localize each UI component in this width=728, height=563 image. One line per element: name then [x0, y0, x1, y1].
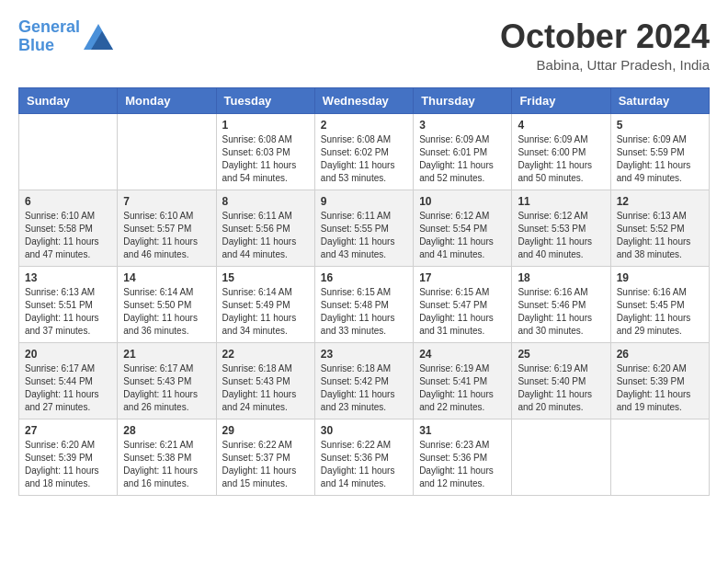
calendar-cell: 11Sunrise: 6:12 AMSunset: 5:53 PMDayligh…: [512, 190, 610, 266]
day-info: Sunrise: 6:14 AMSunset: 5:50 PMDaylight:…: [123, 286, 210, 338]
day-number: 15: [222, 271, 309, 284]
day-info: Sunrise: 6:18 AMSunset: 5:43 PMDaylight:…: [222, 362, 309, 414]
calendar-cell: [118, 113, 216, 190]
calendar-cell: 17Sunrise: 6:15 AMSunset: 5:47 PMDayligh…: [414, 266, 512, 342]
day-info: Sunrise: 6:16 AMSunset: 5:45 PMDaylight:…: [617, 286, 703, 338]
day-number: 21: [123, 348, 210, 361]
day-info: Sunrise: 6:13 AMSunset: 5:52 PMDaylight:…: [617, 210, 703, 261]
calendar-cell: 8Sunrise: 6:11 AMSunset: 5:56 PMDaylight…: [216, 190, 314, 266]
calendar-cell: [512, 419, 610, 495]
weekday-header: Friday: [512, 87, 610, 113]
day-info: Sunrise: 6:08 AMSunset: 6:02 PMDaylight:…: [321, 133, 407, 185]
calendar-cell: 18Sunrise: 6:16 AMSunset: 5:46 PMDayligh…: [512, 266, 610, 342]
weekday-header: Monday: [118, 87, 216, 113]
day-info: Sunrise: 6:17 AMSunset: 5:44 PMDaylight:…: [25, 362, 111, 414]
calendar-cell: 31Sunrise: 6:23 AMSunset: 5:36 PMDayligh…: [414, 419, 512, 495]
day-info: Sunrise: 6:10 AMSunset: 5:58 PMDaylight:…: [25, 210, 111, 261]
calendar-week-row: 27Sunrise: 6:20 AMSunset: 5:39 PMDayligh…: [19, 419, 710, 495]
calendar-week-row: 20Sunrise: 6:17 AMSunset: 5:44 PMDayligh…: [19, 342, 710, 419]
calendar-cell: 13Sunrise: 6:13 AMSunset: 5:51 PMDayligh…: [19, 266, 118, 342]
calendar-week-row: 6Sunrise: 6:10 AMSunset: 5:58 PMDaylight…: [19, 190, 710, 266]
day-number: 3: [419, 119, 506, 132]
day-info: Sunrise: 6:11 AMSunset: 5:55 PMDaylight:…: [321, 210, 407, 261]
day-number: 28: [123, 424, 210, 437]
day-info: Sunrise: 6:20 AMSunset: 5:39 PMDaylight:…: [617, 362, 703, 414]
day-info: Sunrise: 6:23 AMSunset: 5:36 PMDaylight:…: [419, 439, 506, 490]
month-title: October 2024: [500, 18, 710, 55]
day-info: Sunrise: 6:12 AMSunset: 5:54 PMDaylight:…: [419, 210, 506, 261]
calendar-cell: 22Sunrise: 6:18 AMSunset: 5:43 PMDayligh…: [216, 342, 314, 419]
weekday-header: Wednesday: [314, 87, 413, 113]
day-info: Sunrise: 6:10 AMSunset: 5:57 PMDaylight:…: [123, 210, 210, 261]
calendar-cell: 12Sunrise: 6:13 AMSunset: 5:52 PMDayligh…: [610, 190, 709, 266]
page-header: General Blue October 2024 Babina, Uttar …: [18, 18, 710, 73]
day-number: 14: [123, 271, 210, 284]
calendar-cell: 25Sunrise: 6:19 AMSunset: 5:40 PMDayligh…: [512, 342, 610, 419]
day-info: Sunrise: 6:18 AMSunset: 5:42 PMDaylight:…: [321, 362, 407, 414]
calendar-cell: 23Sunrise: 6:18 AMSunset: 5:42 PMDayligh…: [314, 342, 413, 419]
day-number: 20: [25, 348, 111, 361]
day-number: 30: [321, 424, 407, 437]
day-number: 11: [518, 195, 604, 208]
day-info: Sunrise: 6:08 AMSunset: 6:03 PMDaylight:…: [222, 133, 309, 185]
calendar-cell: 6Sunrise: 6:10 AMSunset: 5:58 PMDaylight…: [19, 190, 118, 266]
day-number: 17: [419, 271, 506, 284]
day-info: Sunrise: 6:09 AMSunset: 6:00 PMDaylight:…: [518, 133, 604, 185]
calendar-cell: 29Sunrise: 6:22 AMSunset: 5:37 PMDayligh…: [216, 419, 314, 495]
day-number: 22: [222, 348, 309, 361]
calendar-cell: 20Sunrise: 6:17 AMSunset: 5:44 PMDayligh…: [19, 342, 118, 419]
logo-text: General Blue: [18, 18, 80, 55]
day-info: Sunrise: 6:21 AMSunset: 5:38 PMDaylight:…: [123, 439, 210, 490]
weekday-header: Thursday: [414, 87, 512, 113]
day-info: Sunrise: 6:11 AMSunset: 5:56 PMDaylight:…: [222, 210, 309, 261]
day-number: 2: [321, 119, 407, 132]
day-number: 31: [419, 424, 506, 437]
calendar-cell: 27Sunrise: 6:20 AMSunset: 5:39 PMDayligh…: [19, 419, 118, 495]
day-info: Sunrise: 6:16 AMSunset: 5:46 PMDaylight:…: [518, 286, 604, 338]
calendar-cell: 30Sunrise: 6:22 AMSunset: 5:36 PMDayligh…: [314, 419, 413, 495]
location: Babina, Uttar Pradesh, India: [500, 57, 710, 73]
day-info: Sunrise: 6:17 AMSunset: 5:43 PMDaylight:…: [123, 362, 210, 414]
day-number: 12: [617, 195, 703, 208]
weekday-header-row: SundayMondayTuesdayWednesdayThursdayFrid…: [19, 87, 710, 113]
calendar-cell: 21Sunrise: 6:17 AMSunset: 5:43 PMDayligh…: [118, 342, 216, 419]
day-info: Sunrise: 6:15 AMSunset: 5:47 PMDaylight:…: [419, 286, 506, 338]
day-info: Sunrise: 6:09 AMSunset: 6:01 PMDaylight:…: [419, 133, 506, 185]
day-number: 24: [419, 348, 506, 361]
day-info: Sunrise: 6:22 AMSunset: 5:36 PMDaylight:…: [321, 439, 407, 490]
calendar-cell: [610, 419, 709, 495]
logo-blue: Blue: [18, 36, 54, 54]
calendar-cell: 7Sunrise: 6:10 AMSunset: 5:57 PMDaylight…: [118, 190, 216, 266]
weekday-header: Sunday: [19, 87, 118, 113]
day-info: Sunrise: 6:19 AMSunset: 5:40 PMDaylight:…: [518, 362, 604, 414]
logo-general: General: [18, 17, 80, 36]
day-info: Sunrise: 6:20 AMSunset: 5:39 PMDaylight:…: [25, 439, 111, 490]
calendar-cell: 24Sunrise: 6:19 AMSunset: 5:41 PMDayligh…: [414, 342, 512, 419]
day-info: Sunrise: 6:13 AMSunset: 5:51 PMDaylight:…: [25, 286, 111, 338]
calendar-cell: 9Sunrise: 6:11 AMSunset: 5:55 PMDaylight…: [314, 190, 413, 266]
weekday-header: Tuesday: [216, 87, 314, 113]
day-info: Sunrise: 6:12 AMSunset: 5:53 PMDaylight:…: [518, 210, 604, 261]
calendar-cell: 10Sunrise: 6:12 AMSunset: 5:54 PMDayligh…: [414, 190, 512, 266]
day-number: 1: [222, 119, 309, 132]
day-number: 13: [25, 271, 111, 284]
day-number: 7: [123, 195, 210, 208]
calendar-cell: 14Sunrise: 6:14 AMSunset: 5:50 PMDayligh…: [118, 266, 216, 342]
day-number: 10: [419, 195, 506, 208]
calendar-week-row: 1Sunrise: 6:08 AMSunset: 6:03 PMDaylight…: [19, 113, 710, 190]
day-number: 27: [25, 424, 111, 437]
day-number: 23: [321, 348, 407, 361]
calendar-cell: 19Sunrise: 6:16 AMSunset: 5:45 PMDayligh…: [610, 266, 709, 342]
day-info: Sunrise: 6:22 AMSunset: 5:37 PMDaylight:…: [222, 439, 309, 490]
calendar-cell: 16Sunrise: 6:15 AMSunset: 5:48 PMDayligh…: [314, 266, 413, 342]
day-number: 9: [321, 195, 407, 208]
logo: General Blue: [18, 18, 113, 55]
day-number: 8: [222, 195, 309, 208]
weekday-header: Saturday: [610, 87, 709, 113]
calendar-cell: 15Sunrise: 6:14 AMSunset: 5:49 PMDayligh…: [216, 266, 314, 342]
day-number: 16: [321, 271, 407, 284]
day-number: 26: [617, 348, 703, 361]
day-number: 18: [518, 271, 604, 284]
calendar-cell: 1Sunrise: 6:08 AMSunset: 6:03 PMDaylight…: [216, 113, 314, 190]
calendar-cell: 26Sunrise: 6:20 AMSunset: 5:39 PMDayligh…: [610, 342, 709, 419]
